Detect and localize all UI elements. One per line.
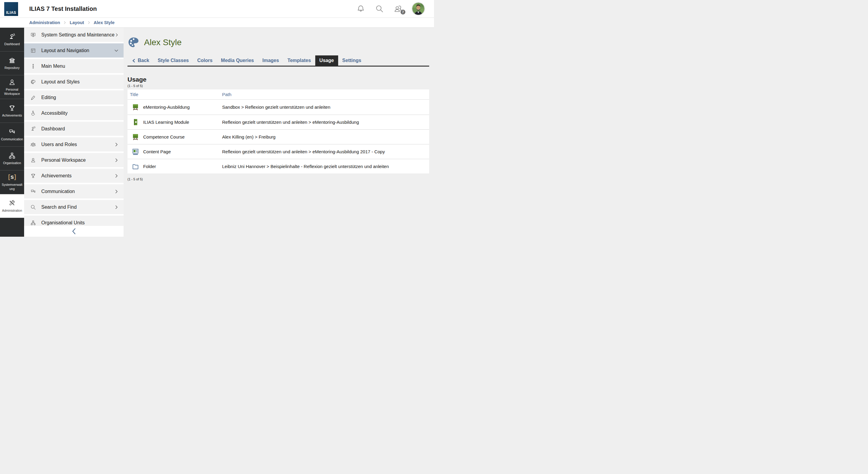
chat-icon: [30, 189, 36, 195]
rail-item-label: Dashboard: [4, 42, 20, 46]
tab[interactable]: Usage: [315, 56, 338, 66]
tab-label: Media Queries: [221, 58, 254, 63]
collapse-slate-button[interactable]: [24, 226, 124, 237]
object-title: Folder: [143, 164, 156, 169]
rail-item[interactable]: Administration: [0, 194, 24, 218]
object-title: eMentoring-Ausbildung: [143, 104, 190, 110]
bank-icon: [8, 57, 16, 64]
who-is-online-button[interactable]: 7: [394, 4, 403, 13]
rail-item-label: Systemverwaltung: [1, 183, 23, 191]
object-path: Leibniz Uni Hannover > Beispielinhalte -…: [222, 164, 429, 169]
orgchart-icon: [8, 152, 16, 160]
notifications-button[interactable]: [356, 4, 365, 13]
admin-slate-menu: System Settings and Maintenance Layout a…: [24, 28, 124, 237]
slate-item[interactable]: Layout and Styles: [24, 75, 124, 89]
slate-item-label: System Settings and Maintenance: [41, 32, 115, 38]
slate-item[interactable]: Achievements: [24, 169, 124, 183]
tab-label: Style Classes: [158, 58, 189, 63]
tab[interactable]: Colors: [193, 56, 217, 66]
tab-label: Usage: [319, 58, 334, 63]
slate-item[interactable]: Layout and Navigation: [24, 43, 124, 58]
slate-item[interactable]: Dashboard: [24, 122, 124, 136]
bell-icon: [356, 9, 365, 14]
rail-item[interactable]: [s] Systemverwaltung: [0, 170, 24, 194]
monitor-gear-icon: [30, 32, 36, 38]
slate-item[interactable]: Communication: [24, 184, 124, 198]
chevron-right-icon: [115, 33, 119, 37]
tab[interactable]: Templates: [283, 56, 315, 66]
chevron-right-icon: [114, 205, 119, 210]
tab[interactable]: Media Queries: [217, 56, 258, 66]
breadcrumb-item: Administration: [29, 20, 60, 25]
chevron-down-icon: [114, 48, 119, 53]
breadcrumb-link[interactable]: Alex Style: [94, 20, 115, 25]
tab[interactable]: Settings: [338, 56, 366, 66]
user-avatar[interactable]: [412, 3, 424, 15]
object-title: Content Page: [143, 149, 171, 154]
person-icon: [8, 78, 16, 86]
main-content: Alex Style Back Style Classes Colors: [124, 28, 434, 237]
slate-item[interactable]: Main Menu: [24, 59, 124, 73]
table-row: eMentoring-Ausbildung Sandbox > Reflexio…: [127, 100, 429, 114]
slate-item-label: Layout and Styles: [41, 79, 80, 84]
rail-item-label: Personal Workspace: [1, 88, 23, 96]
rail-item[interactable]: Achievements: [0, 99, 24, 123]
lamp-icon: [30, 126, 36, 132]
tab[interactable]: Back: [127, 56, 153, 66]
chat-icon: [8, 128, 16, 136]
object-title-cell: Content Page: [127, 148, 222, 156]
search-icon: [30, 204, 36, 210]
result-range-top: (1 - 5 of 5): [127, 84, 429, 88]
slate-item[interactable]: Accessibility: [24, 106, 124, 120]
slate-item-label: Main Menu: [41, 64, 65, 69]
main-bar: Dashboard Repository Personal Workspace …: [0, 28, 24, 237]
breadcrumb-link[interactable]: Administration: [29, 20, 60, 25]
slate-item[interactable]: Editing: [24, 90, 124, 104]
slate-item[interactable]: Search and Find: [24, 200, 124, 214]
rail-item[interactable]: Personal Workspace: [0, 75, 24, 99]
object-path: Reflexion gezielt unterstützen und anlei…: [222, 149, 429, 154]
tab-label: Colors: [197, 58, 213, 63]
chevron-right-icon: [114, 142, 119, 147]
object-title: ILIAS Learning Module: [143, 120, 189, 125]
rail-item-label: Organisation: [3, 161, 21, 165]
rail-item[interactable]: Repository: [0, 52, 24, 75]
tab[interactable]: Style Classes: [153, 56, 193, 66]
object-title: Competence Course: [143, 134, 185, 139]
breadcrumb-separator-icon: [63, 21, 67, 24]
table-row: Folder Leibniz Uni Hannover > Beispielin…: [127, 159, 429, 173]
tab-label: Images: [262, 58, 279, 63]
table-row: ILIAS Learning Module Reflexion gezielt …: [127, 114, 429, 129]
slate-item[interactable]: System Settings and Maintenance: [24, 28, 124, 42]
section-title: Usage: [127, 76, 429, 83]
lamp-icon: [8, 33, 16, 41]
sysverwaltung-icon: [s]: [8, 173, 16, 181]
tab[interactable]: Images: [258, 56, 283, 66]
breadcrumb-item: Layout: [63, 20, 84, 25]
tools-icon: [8, 199, 16, 207]
slate-item[interactable]: Personal Workspace: [24, 153, 124, 167]
search-button[interactable]: [375, 4, 384, 13]
rail-item[interactable]: Organisation: [0, 147, 24, 170]
breadcrumb-link[interactable]: Layout: [70, 20, 84, 25]
rail-item[interactable]: Dashboard: [0, 28, 24, 52]
tab-label: Back: [138, 58, 149, 63]
object-title-cell: Competence Course: [127, 133, 222, 141]
course-icon: [132, 133, 139, 141]
column-header-path: Path: [222, 92, 429, 97]
rail-item[interactable]: Communication: [0, 123, 24, 147]
tab-bar: Back Style Classes Colors Media Queries: [127, 56, 429, 67]
slate-item-label: Dashboard: [41, 126, 65, 132]
object-title-cell: Folder: [127, 163, 222, 170]
object-title-cell: ILIAS Learning Module: [127, 118, 222, 126]
palette-outline-icon: [30, 79, 36, 85]
rail-item-label: Communication: [1, 137, 23, 141]
column-header-title: Title: [127, 92, 222, 97]
users-group-icon: [30, 141, 36, 147]
orgchart-icon: [30, 220, 36, 226]
object-path: Alex Killing (en) > Freiburg: [222, 134, 429, 139]
slate-item[interactable]: Users and Roles: [24, 137, 124, 151]
person-icon: [30, 157, 36, 163]
object-title-cell: eMentoring-Ausbildung: [127, 103, 222, 111]
ilias-logo[interactable]: ILIAS: [4, 2, 18, 16]
